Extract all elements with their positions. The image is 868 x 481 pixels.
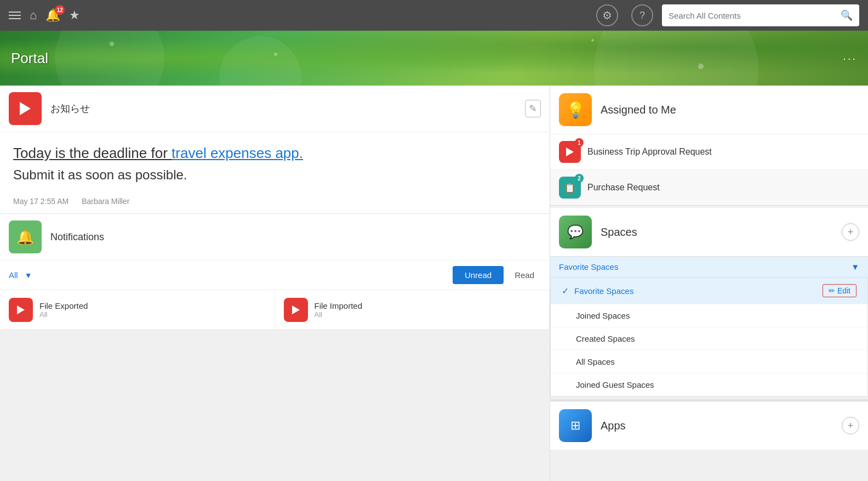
pencil-icon: ✏ <box>829 286 835 295</box>
spaces-filter-all[interactable]: All Spaces <box>551 350 867 374</box>
announcement-meta: May 17 2:55 AM Barbara Miller <box>0 191 550 213</box>
spaces-dropdown[interactable]: Favorite Spaces ▼ <box>550 256 868 277</box>
search-bar[interactable]: 🔍 <box>662 4 859 26</box>
announcement-edit-button[interactable]: ✎ <box>525 100 541 117</box>
notification-icon-imported <box>284 298 308 322</box>
assigned-to-me-widget: 💡 Assigned to Me 1 Business Trip Approva… <box>550 86 868 206</box>
notification-info-imported: File Imported All <box>315 301 363 319</box>
tab-dropdown-chevron[interactable]: ▼ <box>25 271 32 280</box>
assigned-to-me-header: 💡 Assigned to Me <box>550 86 868 134</box>
top-navigation: ⌂ 🔔 12 ★ ⚙ ? 🔍 <box>0 0 868 31</box>
notification-label-exported: File Exported <box>39 301 88 310</box>
spaces-chevron-icon: ▼ <box>851 262 859 271</box>
notification-icon-exported <box>9 298 33 322</box>
megaphone-icon <box>20 102 31 115</box>
portal-more-button[interactable]: ··· <box>843 52 857 65</box>
purchase-request-badge: 2 <box>575 174 584 183</box>
favorites-icon[interactable]: ★ <box>69 8 80 22</box>
spaces-filter-joined[interactable]: Joined Spaces <box>551 304 867 327</box>
assigned-icon: 💡 <box>559 93 592 126</box>
purchase-request-icon: 📋 2 <box>559 177 581 199</box>
spaces-edit-button[interactable]: ✏ Edit <box>823 284 856 297</box>
announcement-card: お知らせ ✎ Today is the deadline for travel … <box>0 86 550 214</box>
announcement-subtitle: Submit it as soon as possible. <box>13 167 536 183</box>
apps-icon: ⊞ <box>559 409 592 442</box>
spaces-filter-joined-label: Joined Spaces <box>576 311 630 320</box>
apps-add-button[interactable]: + <box>842 417 859 434</box>
spaces-title: Spaces <box>601 226 637 239</box>
notifications-bell[interactable]: 🔔 12 <box>45 8 60 22</box>
bulb-icon: 💡 <box>566 101 585 119</box>
notification-info-exported: File Exported All <box>39 301 88 319</box>
notifications-title: Notifications <box>50 231 104 243</box>
arrow-icon-biz <box>566 148 574 156</box>
notifications-card: 🔔 Notifications All ▼ Unread Read File E… <box>0 214 550 330</box>
announcement-icon <box>9 92 42 125</box>
business-trip-label: Business Trip Approval Request <box>587 147 712 157</box>
bell-icon-notif: 🔔 <box>16 229 34 246</box>
left-panel: お知らせ ✎ Today is the deadline for travel … <box>0 86 550 481</box>
purchase-request-label: Purchase Request <box>587 183 660 193</box>
notification-sub-imported: All <box>315 310 363 319</box>
spaces-filter-created-label: Created Spaces <box>576 334 635 343</box>
arrow-icon-2 <box>292 305 300 314</box>
spaces-edit-label: Edit <box>837 286 850 295</box>
spaces-filter-favorite-label: Favorite Spaces <box>574 286 633 296</box>
home-icon[interactable]: ⌂ <box>30 8 37 22</box>
notifications-header: 🔔 Notifications <box>0 214 550 261</box>
notification-item-imported[interactable]: File Imported All <box>275 290 550 330</box>
checkmark-icon: ✓ <box>562 286 569 296</box>
tab-all[interactable]: All <box>9 270 18 280</box>
spaces-dropdown-menu: ✓ Favorite Spaces ✏ Edit Joined Spaces C… <box>550 277 868 397</box>
notifications-items: File Exported All File Imported All <box>0 290 550 330</box>
search-input[interactable] <box>669 11 841 20</box>
spaces-widget: 💬 Spaces + Favorite Spaces ▼ ✓ Favorite … <box>550 208 868 397</box>
notifications-tabs: All ▼ Unread Read <box>0 261 550 290</box>
grid-icon: ⊞ <box>570 418 580 433</box>
portal-title: Portal <box>11 50 48 67</box>
spaces-add-button[interactable]: + <box>842 223 859 241</box>
tab-read-button[interactable]: Read <box>508 266 541 284</box>
notification-item-exported[interactable]: File Exported All <box>0 290 275 330</box>
calendar-icon: 📋 <box>564 183 575 193</box>
spaces-header: 💬 Spaces + <box>550 208 868 256</box>
tab-unread-button[interactable]: Unread <box>453 266 504 284</box>
business-trip-badge: 1 <box>575 138 584 147</box>
notification-label-imported: File Imported <box>315 301 363 310</box>
announcement-body: Today is the deadline for travel expense… <box>0 132 550 191</box>
portal-banner: Portal ··· <box>0 31 868 86</box>
purchase-request-item[interactable]: 📋 2 Purchase Request <box>550 169 868 205</box>
spaces-filter-favorite[interactable]: ✓ Favorite Spaces ✏ Edit <box>551 278 867 304</box>
announcement-text[interactable]: Today is the deadline for travel expense… <box>13 143 536 163</box>
announcement-header: お知らせ ✎ <box>0 86 550 132</box>
right-panel: 💡 Assigned to Me 1 Business Trip Approva… <box>550 86 868 481</box>
announcement-date: May 17 2:55 AM <box>13 197 68 206</box>
spaces-icon: 💬 <box>559 216 592 248</box>
spaces-filter-created[interactable]: Created Spaces <box>551 327 867 350</box>
business-trip-icon: 1 <box>559 141 581 163</box>
apps-title: Apps <box>601 420 626 432</box>
spaces-filter-all-label: All Spaces <box>576 357 615 366</box>
hamburger-menu[interactable] <box>9 12 21 19</box>
announcement-title: お知らせ <box>50 102 90 115</box>
travel-expenses-link[interactable]: travel expenses app. <box>172 145 303 161</box>
spaces-selected-filter: Favorite Spaces <box>559 262 618 271</box>
settings-icon[interactable]: ⚙ <box>596 4 618 26</box>
spaces-filter-guest-label: Joined Guest Spaces <box>576 380 654 389</box>
apps-widget: ⊞ Apps + <box>550 399 868 450</box>
notifications-icon: 🔔 <box>9 220 42 253</box>
spaces-filter-guest[interactable]: Joined Guest Spaces <box>551 374 867 397</box>
announcement-line1: Today is the deadline for <box>13 145 172 161</box>
assigned-to-me-title: Assigned to Me <box>601 104 676 116</box>
help-icon[interactable]: ? <box>631 4 653 26</box>
business-trip-item[interactable]: 1 Business Trip Approval Request <box>550 134 868 169</box>
notification-sub-exported: All <box>39 310 88 319</box>
arrow-icon <box>17 305 25 314</box>
bell-badge: 12 <box>55 5 65 15</box>
chat-icon: 💬 <box>567 224 584 240</box>
announcement-author: Barbara Miller <box>82 197 129 206</box>
main-layout: お知らせ ✎ Today is the deadline for travel … <box>0 86 868 481</box>
search-button[interactable]: 🔍 <box>841 9 853 21</box>
